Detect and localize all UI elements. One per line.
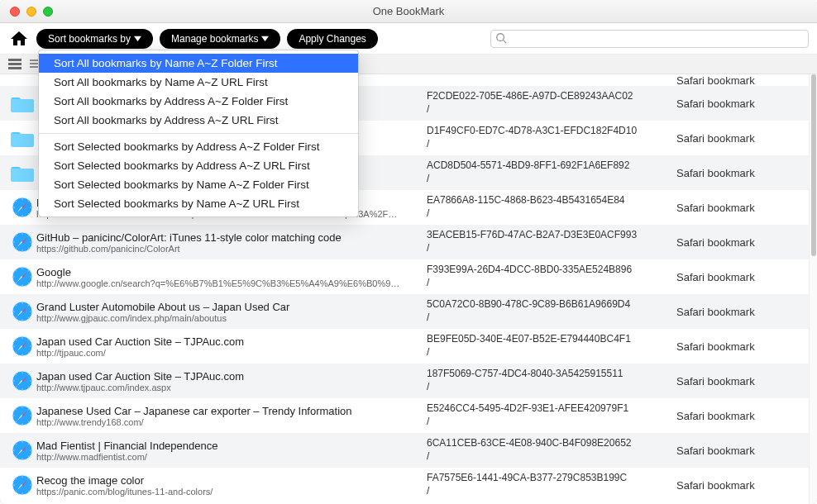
sort-dropdown-item[interactable]: Sort All bookmarks by Address A~Z Folder… (39, 92, 358, 111)
bookmark-source: Safari bookmark (666, 97, 800, 110)
bookmark-uuid: 6CA11CEB-63CE-4E08-940C-B4F098E20652 (427, 437, 666, 450)
bookmark-title: Mad Fientist | Financial Independence (36, 440, 418, 452)
sort-dropdown-item[interactable]: Sort All bookmarks by Name A~Z Folder Fi… (39, 54, 358, 73)
bookmark-uuid: 3EACEB15-F76D-47AC-B2A7-D3E3E0ACF993 (427, 229, 666, 242)
bookmark-row[interactable]: Japan used Car Auction Site – TJPAuc.com… (0, 329, 809, 364)
bookmark-title: Japanese Used Car – Japanese car exporte… (36, 405, 418, 417)
bookmark-row[interactable]: Japan used Car Auction Site – TJPAuc.com… (0, 364, 809, 398)
bookmark-title: Google (36, 266, 418, 278)
sort-dropdown-item[interactable]: Sort All bookmarks by Address A~Z URL Fi… (39, 111, 358, 130)
bookmark-source: Safari bookmark (666, 236, 800, 249)
scrollbar[interactable] (809, 74, 817, 504)
bookmark-url: https://panic.com/blog/itunes-11-and-col… (36, 487, 418, 497)
bookmark-main: Mad Fientist | Financial Independencehtt… (36, 440, 427, 462)
bookmark-uuid: E5246CC4-5495-4D2F-93E1-AFEE420979F1 (427, 402, 666, 416)
bookmark-uuid-col: F2CDE022-705E-486E-A97D-CE89243AAC02/ (427, 90, 666, 116)
bookmark-uuid-col: 6CA11CEB-63CE-4E08-940C-B4F098E20652/ (427, 437, 666, 463)
minimize-button[interactable] (26, 7, 36, 17)
bookmark-source: Safari bookmark (666, 306, 800, 318)
bookmark-row[interactable]: Googlehttp://www.google.cn/search?q=%E6%… (0, 259, 809, 294)
svg-point-0 (497, 33, 504, 40)
bookmark-url: http://www.madfientist.com/ (36, 452, 418, 462)
bookmark-path: / (427, 450, 666, 464)
sort-dropdown-item[interactable]: Sort Selected bookmarks by Name A~Z URL … (39, 194, 358, 213)
bookmark-uuid: 5C0A72C0-8B90-478C-9C89-B6B61A9669D4 (427, 298, 666, 311)
window-title: One BookMark (0, 5, 817, 17)
bookmark-uuid-col: F393E99A-26D4-4DCC-8BD0-335AE524B896/ (427, 264, 666, 289)
search-icon (495, 32, 507, 46)
bookmark-path: / (427, 242, 666, 255)
bookmark-source: Safari bookmark (666, 410, 800, 422)
bookmark-source: Safari bookmark (666, 271, 800, 283)
safari-icon (8, 474, 36, 496)
safari-icon (8, 197, 36, 218)
caret-down-icon (134, 33, 141, 45)
bookmark-title: GitHub – panicinc/ColorArt: iTunes 11-st… (36, 231, 418, 244)
bookmark-source: Safari bookmark (666, 132, 800, 145)
manage-bookmarks-button[interactable]: Manage bookmarks (160, 29, 280, 49)
sort-dropdown: Sort All bookmarks by Name A~Z Folder Fi… (38, 50, 359, 217)
bookmark-url: http://www.tjpauc.com/index.aspx (36, 383, 418, 392)
bookmark-source: Safari bookmark (666, 202, 800, 214)
bookmark-row[interactable]: GitHub – panicinc/ColorArt: iTunes 11-st… (0, 225, 809, 259)
bookmark-source: Safari bookmark (666, 74, 800, 87)
bookmark-source: Safari bookmark (666, 445, 800, 457)
bookmark-uuid-col: 187F5069-C757-4DC4-8040-3A5425915511/ (427, 368, 666, 393)
caret-down-icon (261, 33, 269, 45)
bookmark-title: Japan used Car Auction Site – TJPAuc.com (36, 335, 418, 348)
bookmark-path: / (427, 138, 666, 151)
bookmark-path: / (427, 311, 666, 325)
apply-changes-button[interactable]: Apply Changes (287, 29, 377, 49)
bookmark-uuid-col: ACD8D504-5571-4BD9-8FF1-692F1A6EF892/ (427, 159, 666, 185)
list-view-icon[interactable] (8, 59, 22, 70)
bookmark-path: / (427, 103, 666, 116)
menu-separator (39, 133, 358, 134)
bookmark-row[interactable]: Grand Luster Automobile About us – Japan… (0, 294, 809, 329)
home-icon[interactable] (8, 28, 30, 50)
bookmark-uuid: BE9FE05D-340E-4E07-B52E-E794440BC4F1 (427, 333, 666, 346)
bookmark-uuid-col: FA7575E6-1441-49CA-B377-279C853B199C/ (427, 472, 666, 497)
safari-icon (8, 335, 36, 357)
bookmark-uuid-col: E5246CC4-5495-4D2F-93E1-AFEE420979F1/ (427, 402, 666, 428)
sort-dropdown-item[interactable]: Sort Selected bookmarks by Name A~Z Fold… (39, 175, 358, 194)
sort-dropdown-item[interactable]: Sort Selected bookmarks by Address A~Z F… (39, 137, 358, 156)
bookmark-uuid-col: EA7866A8-115C-4868-B623-4B5431654E84/ (427, 194, 666, 220)
bookmark-uuid-col: 3EACEB15-F76D-47AC-B2A7-D3E3E0ACF993/ (427, 229, 666, 254)
bookmark-uuid-col: 5C0A72C0-8B90-478C-9C89-B6B61A9669D4/ (427, 298, 666, 324)
safari-icon (8, 231, 36, 253)
bookmark-row[interactable]: Recog the image colorhttps://panic.com/b… (0, 468, 809, 502)
bookmark-url: http://www.gjpauc.com/index.php/main/abo… (36, 313, 418, 323)
svg-rect-2 (8, 59, 22, 61)
bookmark-uuid: 187F5069-C757-4DC4-8040-3A5425915511 (427, 368, 666, 381)
svg-line-1 (504, 40, 507, 43)
search-input[interactable] (490, 30, 809, 48)
scrollbar-thumb[interactable] (811, 74, 816, 256)
maximize-button[interactable] (43, 7, 53, 17)
bookmark-row[interactable]: Mad Fientist | Financial Independencehtt… (0, 433, 809, 468)
bookmark-uuid: FA7575E6-1441-49CA-B377-279C853B199C (427, 472, 666, 485)
bookmark-row[interactable]: Japanese Used Car – Japanese car exporte… (0, 398, 809, 433)
bookmark-path: / (427, 173, 666, 186)
search-wrap (490, 30, 809, 48)
bookmark-uuid: ACD8D504-5571-4BD9-8FF1-692F1A6EF892 (427, 159, 666, 173)
bookmark-path: / (427, 485, 666, 498)
safari-icon (8, 405, 36, 426)
bookmark-path: / (427, 277, 666, 290)
bookmark-source: Safari bookmark (666, 167, 800, 179)
sort-bookmarks-button[interactable]: Sort bookmarks by (36, 29, 153, 49)
sort-dropdown-item[interactable]: Sort All bookmarks by Name A~Z URL First (39, 73, 358, 92)
bookmark-uuid-col: BE9FE05D-340E-4E07-B52E-E794440BC4F1/ (427, 333, 666, 359)
bookmark-url: http://tjpauc.com/ (36, 348, 418, 358)
sort-dropdown-item[interactable]: Sort Selected bookmarks by Address A~Z U… (39, 156, 358, 175)
bookmark-source: Safari bookmark (666, 479, 800, 492)
bookmark-url: http://www.trendy168.com/ (36, 417, 418, 427)
bookmark-main: Japan used Car Auction Site – TJPAuc.com… (36, 370, 427, 392)
bookmark-main: GitHub – panicinc/ColorArt: iTunes 11-st… (36, 231, 427, 254)
bookmark-path: / (427, 416, 666, 429)
bookmark-path: / (427, 381, 666, 394)
bookmark-main: Grand Luster Automobile About us – Japan… (36, 301, 427, 323)
bookmark-uuid: F393E99A-26D4-4DCC-8BD0-335AE524B896 (427, 264, 666, 277)
close-button[interactable] (10, 7, 20, 17)
bookmark-main: Googlehttp://www.google.cn/search?q=%E6%… (36, 266, 427, 288)
folder-icon (8, 163, 36, 183)
